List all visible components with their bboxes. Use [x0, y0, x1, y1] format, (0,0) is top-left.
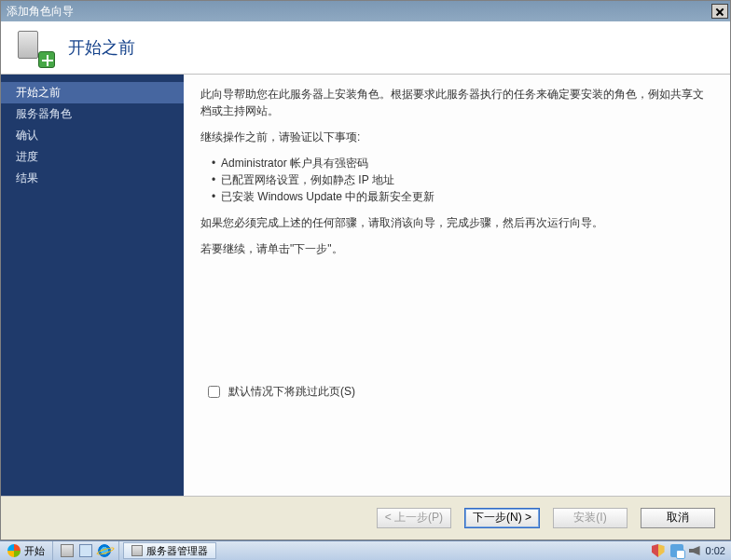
- prereq-list: Administrator 帐户具有强密码 已配置网络设置，例如静态 IP 地址…: [200, 155, 713, 205]
- sidebar-item-results[interactable]: 结果: [1, 168, 184, 189]
- sidebar-item-before-you-begin[interactable]: 开始之前: [1, 82, 184, 103]
- continue-text: 若要继续，请单击"下一步"。: [200, 240, 713, 257]
- prev-button: < 上一步(P): [377, 508, 451, 528]
- security-shield-icon[interactable]: [652, 544, 665, 557]
- intro-text: 此向导帮助您在此服务器上安装角色。根据要求此服务器执行的任务来确定要安装的角色，…: [200, 86, 713, 119]
- server-manager-task-icon: [131, 545, 143, 556]
- skip-checkbox[interactable]: [208, 386, 220, 398]
- next-button[interactable]: 下一步(N) >: [464, 508, 540, 528]
- clock[interactable]: 0:02: [706, 545, 725, 556]
- sidebar-item-confirm[interactable]: 确认: [1, 125, 184, 146]
- sidebar-item-server-roles[interactable]: 服务器角色: [1, 103, 184, 125]
- internet-explorer-icon[interactable]: [98, 544, 111, 557]
- quick-launch: [53, 541, 119, 560]
- skip-label[interactable]: 默认情况下将跳过此页(S): [228, 384, 355, 400]
- wizard-body: 开始之前 服务器角色 确认 进度 结果 此向导帮助您在此服务器上安装角色。根据要…: [1, 75, 730, 496]
- prereq-item: 已配置网络设置，例如静态 IP 地址: [212, 171, 713, 188]
- taskbar-task-server-manager[interactable]: 服务器管理器: [123, 542, 216, 559]
- verify-heading: 继续操作之前，请验证以下事项:: [200, 129, 713, 145]
- incomplete-text: 如果您必须完成上述的任何部骤，请取消该向导，完成步骤，然后再次运行向导。: [200, 214, 713, 231]
- wizard-content: 此向导帮助您在此服务器上安装角色。根据要求此服务器执行的任务来确定要安装的角色，…: [184, 75, 730, 496]
- close-icon[interactable]: [711, 4, 728, 19]
- taskbar: 开始 服务器管理器 0:02: [0, 540, 731, 560]
- prereq-item: Administrator 帐户具有强密码: [212, 155, 713, 171]
- windows-logo-icon: [7, 544, 21, 557]
- start-button[interactable]: 开始: [0, 541, 53, 560]
- titlebar[interactable]: 添加角色向导: [1, 1, 730, 21]
- start-label: 开始: [24, 544, 45, 558]
- add-role-icon: [18, 31, 51, 64]
- skip-row: 默认情况下将跳过此页(S): [200, 383, 713, 401]
- server-manager-icon[interactable]: [61, 544, 74, 557]
- network-icon[interactable]: [670, 544, 683, 557]
- show-desktop-icon[interactable]: [79, 544, 92, 557]
- install-button: 安装(I): [553, 508, 628, 528]
- system-tray: 0:02: [646, 544, 731, 557]
- prereq-item: 已安装 Windows Update 中的最新安全更新: [212, 188, 713, 205]
- wizard-sidebar: 开始之前 服务器角色 确认 进度 结果: [1, 75, 184, 496]
- cancel-button[interactable]: 取消: [641, 508, 715, 528]
- wizard-dialog: 添加角色向导 开始之前 开始之前 服务器角色 确认 进度 结果 此向导帮助您在此…: [0, 0, 731, 540]
- volume-icon[interactable]: [689, 546, 700, 555]
- task-label: 服务器管理器: [146, 544, 208, 558]
- page-title: 开始之前: [68, 36, 135, 59]
- wizard-header: 开始之前: [1, 21, 730, 75]
- wizard-buttons: < 上一步(P) 下一步(N) > 安装(I) 取消: [1, 496, 730, 539]
- window-title: 添加角色向导: [7, 4, 74, 20]
- sidebar-item-progress[interactable]: 进度: [1, 146, 184, 168]
